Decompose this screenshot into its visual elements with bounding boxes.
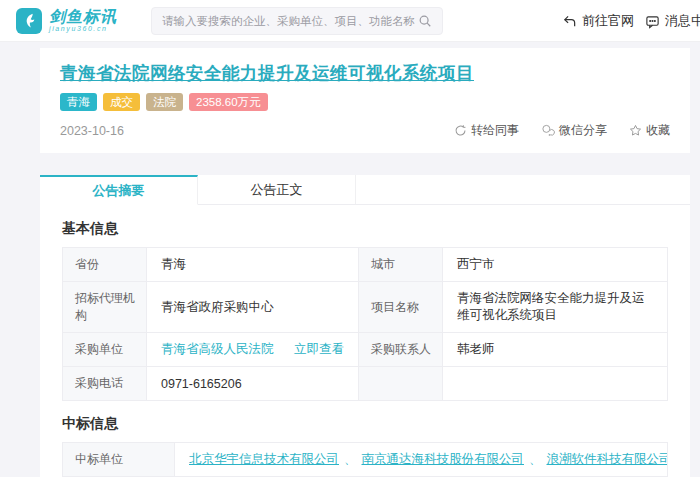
city-label: 城市 — [359, 248, 443, 282]
summary-content: 基本信息 省份 青海 城市 西宁市 招标代理机构 青海省政府采购中心 项目名称 … — [40, 205, 690, 477]
top-header: 剑鱼标讯 jianyu360.cn 前往官网 消息中心 — [0, 0, 700, 42]
province-label: 省份 — [63, 248, 147, 282]
nav-message-label: 消息中心 — [665, 12, 700, 30]
basic-info-heading: 基本信息 — [62, 220, 668, 238]
bid-info-heading: 中标信息 — [62, 415, 668, 433]
winner-separator: 、 — [529, 452, 542, 466]
global-search-bar — [151, 7, 443, 35]
province-value: 青海 — [147, 248, 359, 282]
view-now-link[interactable]: 立即查看 — [294, 341, 344, 358]
contact-value: 韩老师 — [443, 333, 668, 367]
empty-label — [359, 367, 443, 401]
star-icon — [629, 124, 642, 137]
project-name-value: 青海省法院网络安全能力提升及运维可视化系统项目 — [443, 282, 668, 333]
action-buttons: 转给同事 微信分享 收藏 — [454, 122, 670, 139]
basic-info-table: 省份 青海 城市 西宁市 招标代理机构 青海省政府采购中心 项目名称 青海省法院… — [62, 247, 668, 401]
winner-link[interactable]: 北京华宇信息技术有限公司 — [189, 452, 339, 466]
tag-row: 青海 成交 法院 2358.60万元 — [60, 93, 670, 111]
buyer-label: 采购单位 — [63, 333, 147, 367]
winner-separator: 、 — [344, 452, 357, 466]
search-input[interactable] — [162, 15, 418, 27]
contact-label: 采购联系人 — [359, 333, 443, 367]
nav-message-center[interactable]: 消息中心 — [645, 0, 700, 42]
nav-official-label: 前往官网 — [582, 12, 634, 30]
meta-row: 2023-10-16 转给同事 微信分享 — [60, 122, 670, 139]
logo-subtitle: jianyu360.cn — [49, 25, 117, 33]
buyer-cell: 青海省高级人民法院 立即查看 — [161, 341, 344, 358]
empty-value — [443, 367, 668, 401]
table-row: 中标单位 北京华宇信息技术有限公司、南京通达海科技股份有限公司、浪潮软件科技有限… — [63, 443, 668, 477]
message-bubble-icon — [645, 14, 660, 29]
wechat-icon — [541, 124, 555, 137]
forward-label: 转给同事 — [471, 122, 519, 139]
agency-label: 招标代理机构 — [63, 282, 147, 333]
forward-to-colleague-button[interactable]: 转给同事 — [454, 122, 519, 139]
table-row: 招标代理机构 青海省政府采购中心 项目名称 青海省法院网络安全能力提升及运维可视… — [63, 282, 668, 333]
bid-info-table: 中标单位 北京华宇信息技术有限公司、南京通达海科技股份有限公司、浪潮软件科技有限… — [62, 442, 668, 477]
logo-text: 剑鱼标讯 jianyu360.cn — [49, 8, 117, 33]
wechat-share-button[interactable]: 微信分享 — [541, 122, 607, 139]
tab-bar: 公告摘要 公告正文 — [40, 175, 690, 205]
favorite-button[interactable]: 收藏 — [629, 122, 670, 139]
announcement-header-card: 青海省法院网络安全能力提升及运维可视化系统项目 青海 成交 法院 2358.60… — [40, 48, 690, 153]
announcement-title-link[interactable]: 青海省法院网络安全能力提升及运维可视化系统项目 — [60, 61, 474, 85]
amount-tag: 2358.60万元 — [189, 93, 268, 111]
tab-full-text[interactable]: 公告正文 — [198, 175, 356, 205]
table-row: 采购单位 青海省高级人民法院 立即查看 采购联系人 韩老师 — [63, 333, 668, 367]
table-row: 省份 青海 城市 西宁市 — [63, 248, 668, 282]
winner-link[interactable]: 南京通达海科技股份有限公司 — [362, 452, 525, 466]
project-name-label: 项目名称 — [359, 282, 443, 333]
industry-tag: 法院 — [146, 93, 183, 111]
status-tag: 成交 — [103, 93, 140, 111]
wechat-share-label: 微信分享 — [559, 122, 607, 139]
city-value: 西宁市 — [443, 248, 668, 282]
publish-date: 2023-10-16 — [60, 124, 124, 138]
jianyu-fish-icon — [16, 8, 42, 34]
forward-circular-arrow-icon — [454, 124, 467, 137]
favorite-label: 收藏 — [646, 122, 670, 139]
search-icon[interactable] — [418, 14, 432, 28]
winner-value: 北京华宇信息技术有限公司、南京通达海科技股份有限公司、浪潮软件科技有限公司 — [175, 443, 668, 477]
region-tag: 青海 — [60, 93, 97, 111]
table-row: 采购电话 0971-6165206 — [63, 367, 668, 401]
winner-link[interactable]: 浪潮软件科技有限公司 — [547, 452, 668, 466]
buyer-link[interactable]: 青海省高级人民法院 — [161, 341, 274, 358]
phone-value: 0971-6165206 — [147, 367, 359, 401]
logo-title: 剑鱼标讯 — [49, 8, 117, 25]
phone-label: 采购电话 — [63, 367, 147, 401]
nav-official-site[interactable]: 前往官网 — [562, 0, 634, 42]
agency-value: 青海省政府采购中心 — [147, 282, 359, 333]
return-arrow-icon — [562, 14, 577, 29]
tab-bar-filler — [356, 175, 690, 205]
winner-label: 中标单位 — [63, 443, 175, 477]
announcement-detail-card: 公告摘要 公告正文 基本信息 省份 青海 城市 西宁市 招标代理机构 青海省政府… — [40, 175, 690, 477]
site-logo[interactable]: 剑鱼标讯 jianyu360.cn — [16, 8, 117, 34]
tab-summary[interactable]: 公告摘要 — [40, 175, 198, 205]
